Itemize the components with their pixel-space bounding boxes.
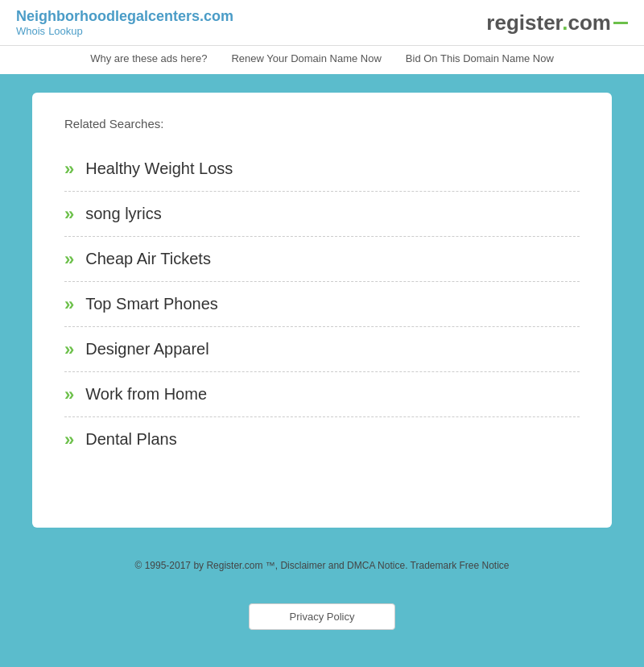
main-content: Related Searches: Healthy Weight Lossson…	[0, 77, 644, 544]
search-box: Related Searches: Healthy Weight Lossson…	[32, 93, 612, 528]
lookup-label: Lookup	[48, 25, 83, 37]
chevron-icon	[64, 296, 74, 313]
search-item-text: Work from Home	[85, 385, 207, 404]
copyright-text: © 1995-2017 by Register.com ™, Disclaime…	[134, 560, 509, 571]
search-item[interactable]: Healthy Weight Loss	[64, 147, 580, 192]
search-item[interactable]: Work from Home	[64, 372, 580, 417]
domain-name-link[interactable]: Neighborhoodlegalcenters.com	[16, 8, 233, 25]
chevron-icon	[64, 251, 74, 268]
nav-bar: Why are these ads here? Renew Your Domai…	[0, 46, 644, 77]
register-logo: register.com	[486, 10, 628, 35]
logo-text: register.com	[486, 10, 628, 35]
whois-link[interactable]: Whois	[16, 25, 45, 37]
search-item[interactable]: Designer Apparel	[64, 327, 580, 372]
search-item-text: Healthy Weight Loss	[85, 160, 233, 178]
header-left: Neighborhoodlegalcenters.com Whois Looku…	[16, 8, 233, 37]
search-item-text: Top Smart Phones	[85, 295, 218, 313]
chevron-icon	[64, 431, 74, 449]
whois-lookup-row: Whois Lookup	[16, 25, 233, 37]
search-item-text: Cheap Air Tickets	[85, 250, 211, 268]
privacy-policy-button[interactable]: Privacy Policy	[249, 603, 396, 630]
why-ads-link[interactable]: Why are these ads here?	[90, 52, 207, 64]
search-item-text: song lyrics	[85, 205, 161, 223]
search-item[interactable]: Cheap Air Tickets	[64, 237, 580, 282]
search-item[interactable]: Dental Plans	[64, 417, 580, 462]
search-item[interactable]: song lyrics	[64, 192, 580, 237]
bid-link[interactable]: Bid On This Domain Name Now	[406, 52, 554, 64]
search-item-text: Dental Plans	[85, 430, 176, 449]
privacy-btn-container: Privacy Policy	[0, 603, 644, 630]
renew-link[interactable]: Renew Your Domain Name Now	[231, 52, 381, 64]
related-searches-label: Related Searches:	[64, 117, 580, 130]
chevron-icon	[64, 160, 74, 178]
search-items-container: Healthy Weight Losssong lyricsCheap Air …	[64, 147, 580, 462]
footer: © 1995-2017 by Register.com ™, Disclaime…	[0, 544, 644, 587]
search-item[interactable]: Top Smart Phones	[64, 282, 580, 327]
header: Neighborhoodlegalcenters.com Whois Looku…	[0, 0, 644, 46]
chevron-icon	[64, 341, 74, 358]
chevron-icon	[64, 386, 74, 404]
search-item-text: Designer Apparel	[85, 340, 208, 358]
chevron-icon	[64, 205, 74, 223]
